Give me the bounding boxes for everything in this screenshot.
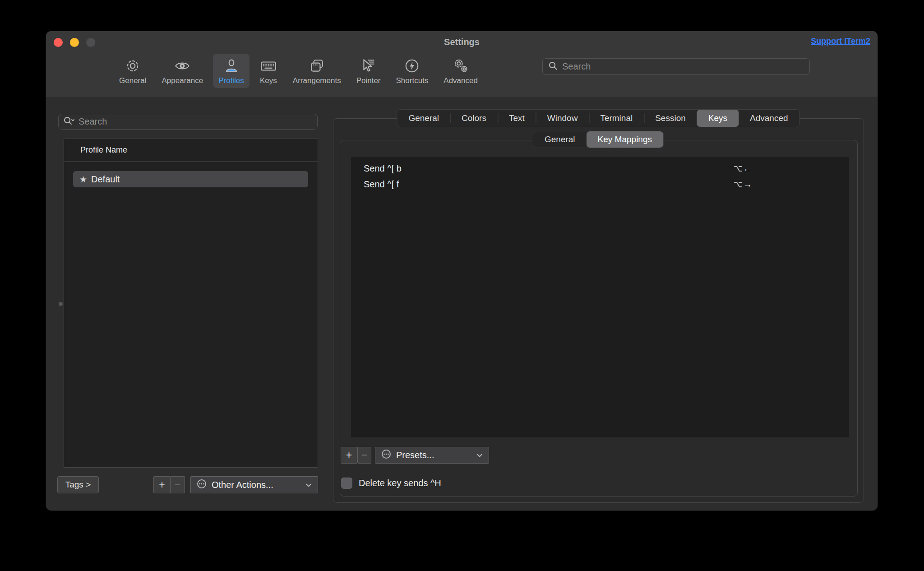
toolbar-item-advanced[interactable]: Advanced — [438, 54, 483, 88]
delete-key-label: Delete key sends ^H — [359, 478, 441, 488]
star-icon: ★ — [79, 174, 87, 185]
support-iterm2-link[interactable]: Support iTerm2 — [811, 37, 870, 46]
settings-window: Settings Support iTerm2 General — [46, 31, 878, 511]
search-icon — [63, 116, 75, 128]
keyboard-icon — [259, 57, 277, 75]
actions-menu-icon — [196, 478, 207, 492]
mapping-action: Send ^[ f — [364, 179, 399, 190]
mapping-arrow: → — [743, 179, 752, 190]
chevron-down-icon — [305, 480, 312, 490]
presets-menu-icon — [381, 449, 392, 462]
toolbar-item-label: Appearance — [162, 76, 203, 85]
subtab-key-mappings[interactable]: Key Mappings — [587, 131, 663, 148]
tab-text[interactable]: Text — [498, 110, 536, 127]
cursor-icon — [360, 57, 378, 75]
toolbar-search-input[interactable] — [562, 61, 804, 72]
profile-list: Profile Name ★ Default — [64, 139, 318, 468]
profile-row-default[interactable]: ★ Default — [73, 171, 308, 187]
tab-session[interactable]: Session — [644, 110, 697, 127]
windows-icon — [308, 57, 326, 75]
keys-subtabs: General Key Mappings — [533, 131, 664, 148]
eye-icon — [173, 57, 191, 75]
add-profile-button[interactable]: + — [153, 476, 171, 493]
bolt-icon — [403, 57, 421, 75]
toolbar-item-label: Keys — [260, 76, 277, 85]
profile-search-input[interactable] — [79, 116, 313, 127]
option-icon — [734, 180, 743, 189]
gears-icon — [452, 57, 470, 75]
other-actions-label: Other Actions... — [212, 480, 273, 490]
search-icon — [548, 61, 558, 73]
add-mapping-button[interactable]: + — [341, 447, 357, 464]
mapping-action: Send ^[ b — [364, 163, 402, 174]
key-mappings-table[interactable]: Send ^[ b ← Send ^[ f → — [351, 157, 849, 437]
toolbar-item-shortcuts[interactable]: Shortcuts — [391, 54, 434, 88]
tab-terminal[interactable]: Terminal — [589, 110, 644, 127]
toolbar-item-appearance[interactable]: Appearance — [156, 54, 208, 88]
toolbar-item-label: General — [119, 76, 146, 85]
mapping-arrow: ← — [743, 163, 752, 174]
tab-window[interactable]: Window — [536, 110, 589, 127]
key-mapping-row[interactable]: Send ^[ f → — [351, 176, 849, 192]
tab-colors[interactable]: Colors — [450, 110, 498, 127]
remove-profile-button[interactable]: − — [170, 476, 185, 493]
presets-label: Presets... — [396, 450, 434, 460]
toolbar-item-keys[interactable]: Keys — [254, 54, 283, 88]
window-title: Settings — [46, 37, 878, 47]
toolbar: General Appearance Profiles — [114, 54, 483, 88]
profile-name: Default — [91, 174, 120, 185]
panel-resize-handle[interactable] — [59, 302, 63, 306]
gear-icon — [124, 57, 142, 75]
tab-keys[interactable]: Keys — [697, 110, 739, 127]
toolbar-item-label: Arrangements — [293, 76, 341, 85]
toolbar-item-profiles[interactable]: Profiles — [213, 54, 249, 88]
toolbar-item-arrangements[interactable]: Arrangements — [287, 54, 346, 88]
profile-name-column-header[interactable]: Profile Name — [64, 139, 318, 162]
presets-dropdown[interactable]: Presets... — [375, 447, 489, 464]
delete-key-row: Delete key sends ^H — [341, 478, 441, 489]
toolbar-item-pointer[interactable]: Pointer — [351, 54, 386, 88]
delete-key-checkbox[interactable] — [341, 478, 352, 489]
remove-mapping-button[interactable]: − — [357, 447, 371, 464]
tags-button[interactable]: Tags > — [57, 476, 99, 493]
mapping-shortcut: → — [734, 179, 752, 190]
toolbar-search-field[interactable] — [542, 58, 810, 75]
toolbar-item-label: Pointer — [356, 76, 381, 85]
option-icon — [734, 164, 743, 173]
person-icon — [222, 57, 240, 75]
key-mapping-row[interactable]: Send ^[ b ← — [351, 161, 849, 176]
profile-section-tabs: General Colors Text Window Terminal Sess… — [397, 109, 799, 127]
profile-search-field[interactable] — [58, 114, 318, 130]
other-actions-dropdown[interactable]: Other Actions... — [190, 476, 318, 493]
tab-general[interactable]: General — [397, 110, 450, 127]
toolbar-item-label: Shortcuts — [396, 76, 429, 85]
tab-advanced[interactable]: Advanced — [739, 110, 799, 127]
chevron-down-icon — [476, 450, 483, 460]
toolbar-item-label: Advanced — [444, 76, 478, 85]
toolbar-item-general[interactable]: General — [114, 54, 152, 88]
titlebar: Settings Support iTerm2 General — [46, 31, 878, 98]
toolbar-item-label: Profiles — [218, 76, 244, 85]
mapping-shortcut: ← — [734, 163, 752, 174]
subtab-general[interactable]: General — [533, 131, 587, 148]
